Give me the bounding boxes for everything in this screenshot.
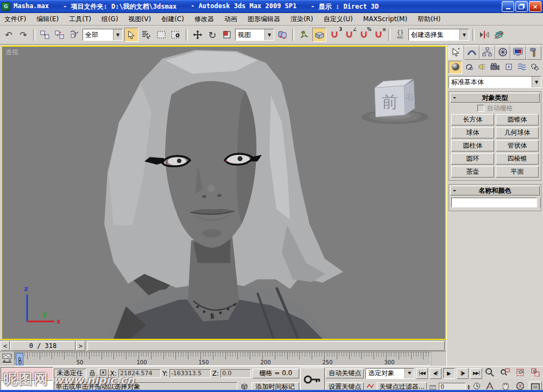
tab-display[interactable]	[510, 46, 526, 60]
menu-help[interactable]: 帮助(H)	[418, 15, 440, 24]
zoom-extents-all-button[interactable]	[531, 368, 540, 379]
menu-group[interactable]: 组(G)	[102, 15, 118, 24]
zoom-button[interactable]	[485, 368, 495, 379]
tab-utilities[interactable]	[526, 46, 542, 60]
select-and-manipulate-button[interactable]	[298, 28, 311, 41]
menu-file[interactable]: 文件(F)	[4, 15, 26, 24]
category-systems-button[interactable]	[529, 61, 541, 74]
tab-create[interactable]	[449, 46, 464, 60]
menu-maxscript[interactable]: MAXScript(M)	[363, 15, 407, 23]
play-button[interactable]: ▶	[443, 368, 455, 379]
named-selection-set-dropdown[interactable]: 创建选择集 ▼	[408, 29, 469, 41]
x-coordinate-field[interactable]	[118, 369, 161, 378]
open-mini-curve-editor-button[interactable]	[0, 352, 14, 366]
edit-named-selections-button[interactable]: {} ABC	[394, 28, 407, 41]
previous-frame-playback-button[interactable]: ◀||	[430, 368, 441, 379]
menu-animation[interactable]: 动画	[224, 15, 237, 24]
menu-edit[interactable]: 编辑(E)	[36, 15, 59, 24]
zoom-extents-button[interactable]	[515, 368, 525, 379]
viewport-label[interactable]: 透视	[5, 48, 18, 57]
tube-button[interactable]: 管状体	[496, 140, 539, 151]
menu-graph-editors[interactable]: 图形编辑器	[248, 15, 280, 24]
mirror-button[interactable]	[478, 28, 491, 41]
category-lights-button[interactable]	[476, 61, 489, 74]
tab-motion[interactable]	[495, 46, 511, 60]
perspective-viewport[interactable]: 透视	[1, 46, 446, 340]
rectangular-selection-region-button[interactable]	[155, 28, 168, 41]
listener-macro-row[interactable]	[1, 367, 53, 380]
select-object-button[interactable]	[124, 28, 138, 42]
toggle-keyboard-shortcut-button[interactable]	[300, 368, 325, 392]
selected-key-filter-dropdown[interactable]: 选定对象 ▼	[365, 368, 414, 379]
snap-toggle-3-button[interactable]: 3	[328, 28, 341, 41]
percent-snap-toggle-button[interactable]: %	[357, 28, 370, 41]
selection-filter-dropdown[interactable]: 全部 ▼	[83, 29, 123, 41]
time-slider-track[interactable]	[87, 341, 445, 351]
unlink-selection-button[interactable]	[53, 28, 66, 41]
maxscript-mini-listener[interactable]	[0, 366, 54, 392]
autogrid-checkbox[interactable]	[477, 105, 484, 112]
auto-key-button[interactable]: 自动关键点	[326, 369, 364, 378]
track-bar-ruler[interactable]: 0 0 50 100 150 200 250 300	[14, 352, 431, 366]
object-color-swatch[interactable]	[539, 198, 540, 207]
select-and-rotate-button[interactable]: ↻	[206, 28, 219, 41]
bind-to-space-warp-button[interactable]	[68, 28, 81, 41]
use-pivot-point-center-button[interactable]	[276, 28, 289, 41]
next-frame-playback-button[interactable]: ||▶	[457, 368, 469, 379]
torus-button[interactable]: 圆环	[451, 153, 494, 165]
tab-modify[interactable]	[464, 46, 480, 60]
restore-button[interactable]	[515, 1, 528, 12]
redo-button[interactable]: ↷	[17, 28, 30, 41]
undo-button[interactable]: ↶	[2, 28, 15, 41]
menu-customize[interactable]: 自定义(U)	[324, 15, 353, 24]
menu-modifiers[interactable]: 修改器	[194, 15, 214, 24]
window-crossing-toggle-button[interactable]	[169, 28, 182, 41]
select-and-scale-button[interactable]	[220, 28, 233, 41]
object-name-input[interactable]	[451, 198, 537, 207]
pyramid-button[interactable]: 四棱锥	[496, 153, 539, 165]
align-button[interactable]	[493, 28, 506, 41]
time-slider-readout[interactable]: 0 / 318	[10, 341, 75, 351]
select-and-move-button[interactable]	[191, 28, 204, 41]
menu-views[interactable]: 视图(V)	[129, 15, 151, 24]
close-button[interactable]: ×	[529, 1, 541, 12]
category-geometry-button[interactable]	[449, 61, 462, 74]
menu-create[interactable]: 创建(C)	[161, 15, 184, 24]
cylinder-button[interactable]: 圆柱体	[451, 140, 494, 151]
category-shapes-button[interactable]	[463, 61, 475, 74]
sphere-button[interactable]: 球体	[451, 127, 494, 138]
z-coordinate-field[interactable]	[220, 369, 251, 378]
frame-spinner[interactable]: ▲▼	[468, 384, 470, 390]
reference-coordinate-dropdown[interactable]: 视图 ▼	[235, 29, 274, 41]
go-to-end-button[interactable]: ▶▶|	[470, 368, 482, 379]
object-category-dropdown[interactable]: 标准基本体 ▼	[449, 76, 541, 88]
tick-label-300: 300	[384, 359, 394, 365]
box-button[interactable]: 长方体	[451, 114, 494, 125]
teapot-button[interactable]: 茶壶	[451, 166, 494, 178]
category-helpers-button[interactable]	[502, 61, 515, 74]
cone-button[interactable]: 圆锥体	[496, 114, 539, 125]
name-color-rollout-header[interactable]: - 名称和颜色	[450, 186, 540, 195]
spinner-snap-toggle-button[interactable]: ≡	[372, 28, 385, 41]
object-type-rollout-header[interactable]: - 对象类型	[450, 93, 540, 103]
go-to-start-button[interactable]: |◀◀	[416, 368, 428, 379]
tab-hierarchy[interactable]	[479, 46, 495, 60]
snaps-toggle-button[interactable]	[312, 28, 326, 42]
previous-frame-button[interactable]: <	[1, 341, 10, 351]
minimize-button[interactable]	[502, 1, 514, 12]
zoom-all-button[interactable]	[500, 368, 510, 379]
category-space-warps-button[interactable]	[515, 61, 528, 74]
selection-lock-toggle[interactable]	[88, 369, 97, 378]
y-coordinate-field[interactable]	[169, 369, 211, 378]
category-cameras-button[interactable]	[489, 61, 502, 74]
select-by-name-button[interactable]	[140, 28, 153, 41]
angle-snap-toggle-button[interactable]: ∠	[343, 28, 356, 41]
select-and-link-button[interactable]	[39, 28, 52, 41]
hierarchy-tree-icon	[482, 47, 492, 59]
next-frame-button[interactable]: >	[76, 341, 85, 351]
menu-tools[interactable]: 工具(T)	[69, 15, 91, 24]
menu-rendering[interactable]: 渲染(R)	[291, 15, 313, 24]
plane-button[interactable]: 平面	[496, 166, 539, 178]
geosphere-button[interactable]: 几何球体	[496, 127, 539, 138]
absolute-mode-toggle[interactable]	[98, 369, 108, 378]
